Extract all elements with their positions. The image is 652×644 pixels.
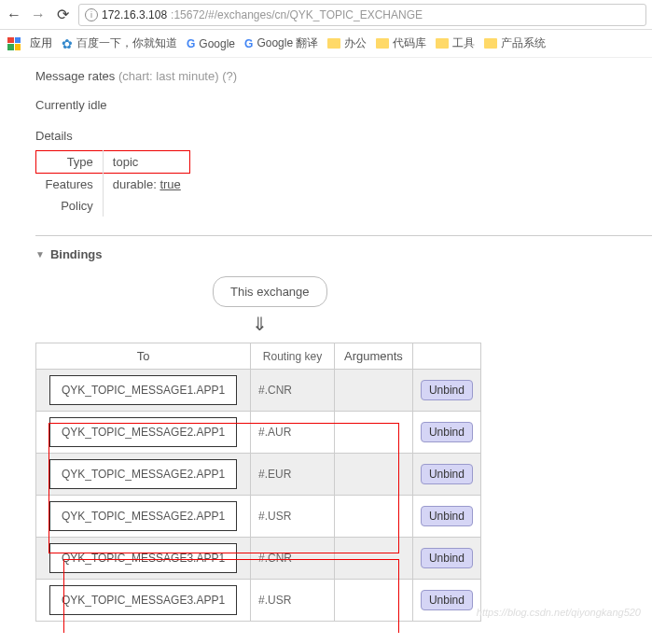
arrow-down-icon: ⇓ <box>250 313 269 335</box>
message-rates-note: (chart: last minute) (?) <box>118 69 237 83</box>
section-divider <box>35 235 652 236</box>
cell-arguments <box>335 370 413 412</box>
cell-arguments <box>335 496 413 538</box>
apps-label[interactable]: 应用 <box>30 35 52 51</box>
bookmark-folder[interactable]: 产品系统 <box>484 35 546 51</box>
idle-status: Currently idle <box>35 98 652 112</box>
bindings-table: To Routing key Arguments QYK_TOPIC_MESSA… <box>35 343 481 622</box>
cell-routing-key: #.EUR <box>251 454 335 496</box>
queue-link[interactable]: QYK_TOPIC_MESSAGE2.APP1 <box>49 417 237 447</box>
reload-button[interactable]: ⟳ <box>54 7 71 23</box>
bookmark-google[interactable]: GGoogle <box>187 37 235 50</box>
queue-link[interactable]: QYK_TOPIC_MESSAGE3.APP1 <box>49 585 237 615</box>
apps-icon[interactable] <box>7 37 21 50</box>
col-arguments: Arguments <box>335 343 413 370</box>
message-rates-line: Message rates (chart: last minute) (?) <box>35 69 652 83</box>
cell-action: Unbind <box>412 412 480 454</box>
col-to: To <box>36 343 251 370</box>
details-table: Type topic Features durable: true Policy <box>35 150 190 217</box>
bindings-header[interactable]: ▼ Bindings <box>35 247 652 261</box>
detail-policy-label: Policy <box>36 195 104 217</box>
folder-icon <box>376 38 389 49</box>
unbind-button[interactable]: Unbind <box>421 380 473 400</box>
unbind-button[interactable]: Unbind <box>421 464 473 484</box>
cell-action: Unbind <box>412 496 480 538</box>
cell-routing-key: #.AUR <box>251 412 335 454</box>
bindings-header-row: To Routing key Arguments <box>36 343 481 370</box>
unbind-button[interactable]: Unbind <box>421 422 473 442</box>
forward-button[interactable]: → <box>30 7 47 23</box>
address-bar[interactable]: i 172.16.3.108:15672/#/exchanges/cn/QYK_… <box>78 4 646 26</box>
details-label: Details <box>35 129 652 143</box>
cell-action: Unbind <box>412 538 480 580</box>
bindings-label: Bindings <box>50 247 103 261</box>
cell-routing-key: #.CNR <box>251 370 335 412</box>
cell-to: QYK_TOPIC_MESSAGE2.APP1 <box>36 454 251 496</box>
cell-to: QYK_TOPIC_MESSAGE2.APP1 <box>36 412 251 454</box>
unbind-button[interactable]: Unbind <box>421 590 473 610</box>
unbind-button[interactable]: Unbind <box>421 548 473 568</box>
table-row: QYK_TOPIC_MESSAGE2.APP1#.AURUnbind <box>36 412 481 454</box>
browser-nav-bar: ← → ⟳ i 172.16.3.108:15672/#/exchanges/c… <box>0 0 652 30</box>
col-action <box>412 343 480 370</box>
translate-icon: G <box>244 37 253 50</box>
cell-arguments <box>335 412 413 454</box>
cell-routing-key: #.CNR <box>251 538 335 580</box>
cell-arguments <box>335 580 413 622</box>
table-row: QYK_TOPIC_MESSAGE2.APP1#.USRUnbind <box>36 496 481 538</box>
bookmark-google-translate[interactable]: GGoogle 翻译 <box>244 35 318 51</box>
table-row: QYK_TOPIC_MESSAGE3.APP1#.USRUnbind <box>36 580 481 622</box>
cell-action: Unbind <box>412 370 480 412</box>
detail-policy-value <box>103 195 190 217</box>
detail-row-features: Features durable: true <box>36 174 190 196</box>
queue-link[interactable]: QYK_TOPIC_MESSAGE2.APP1 <box>49 459 237 489</box>
detail-type-value: topic <box>103 151 190 174</box>
queue-link[interactable]: QYK_TOPIC_MESSAGE2.APP1 <box>49 501 237 531</box>
queue-link[interactable]: QYK_TOPIC_MESSAGE1.APP1 <box>49 375 237 405</box>
detail-type-label: Type <box>36 151 104 174</box>
cell-action: Unbind <box>412 580 480 622</box>
page-content: Message rates (chart: last minute) (?) C… <box>0 58 652 633</box>
url-path: :15672/#/exchanges/cn/QYK_TOPIC_EXCHANGE <box>171 8 423 21</box>
bookmark-folder[interactable]: 办公 <box>327 35 367 51</box>
folder-icon <box>327 38 340 49</box>
cell-arguments <box>335 538 413 580</box>
this-exchange-box: This exchange <box>213 276 327 307</box>
table-row: QYK_TOPIC_MESSAGE2.APP1#.EURUnbind <box>36 454 481 496</box>
bookmark-baidu[interactable]: ✿百度一下，你就知道 <box>62 35 177 51</box>
cell-to: QYK_TOPIC_MESSAGE2.APP1 <box>36 496 251 538</box>
bindings-wrapper: To Routing key Arguments QYK_TOPIC_MESSA… <box>35 343 652 622</box>
url-host: 172.16.3.108 <box>102 8 167 21</box>
detail-row-type: Type topic <box>36 151 190 174</box>
cell-to: QYK_TOPIC_MESSAGE1.APP1 <box>36 370 251 412</box>
table-row: QYK_TOPIC_MESSAGE3.APP1#.CNRUnbind <box>36 538 481 580</box>
paw-icon: ✿ <box>62 36 73 51</box>
queue-link[interactable]: QYK_TOPIC_MESSAGE3.APP1 <box>49 543 237 573</box>
bookmarks-bar: 应用 ✿百度一下，你就知道 GGoogle GGoogle 翻译 办公 代码库 … <box>0 30 652 58</box>
google-icon: G <box>187 37 195 50</box>
bookmark-folder[interactable]: 工具 <box>436 35 475 51</box>
back-button[interactable]: ← <box>6 7 22 23</box>
cell-action: Unbind <box>412 454 480 496</box>
unbind-button[interactable]: Unbind <box>421 506 473 526</box>
cell-to: QYK_TOPIC_MESSAGE3.APP1 <box>36 538 251 580</box>
collapse-icon: ▼ <box>35 249 45 259</box>
site-info-icon[interactable]: i <box>85 8 98 21</box>
detail-features-value: durable: true <box>103 174 190 196</box>
detail-features-label: Features <box>36 174 104 196</box>
cell-routing-key: #.USR <box>251 580 335 622</box>
cell-arguments <box>335 454 413 496</box>
folder-icon <box>484 38 497 49</box>
cell-routing-key: #.USR <box>251 496 335 538</box>
bookmark-folder[interactable]: 代码库 <box>376 35 426 51</box>
table-row: QYK_TOPIC_MESSAGE1.APP1#.CNRUnbind <box>36 370 481 412</box>
message-rates-label: Message rates <box>35 69 115 83</box>
cell-to: QYK_TOPIC_MESSAGE3.APP1 <box>36 580 251 622</box>
detail-row-policy: Policy <box>36 195 190 217</box>
watermark: https://blog.csdn.net/qiyongkang520 <box>477 607 641 618</box>
folder-icon <box>436 38 449 49</box>
col-routing-key: Routing key <box>251 343 335 370</box>
